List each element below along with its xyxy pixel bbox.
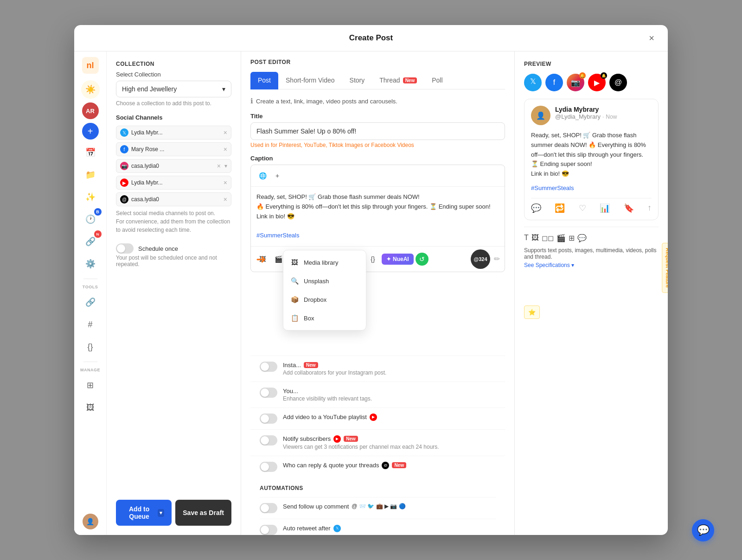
image-tool-icon[interactable]: 🖼	[531, 234, 539, 242]
grid-tool-icon[interactable]: ⊞	[569, 234, 575, 242]
add-tool-btn[interactable]: +	[270, 169, 284, 183]
expand-icon[interactable]: ▾	[224, 163, 227, 169]
notification-badge: B	[94, 208, 102, 216]
channel-name-1: Lydia Mybr...	[131, 129, 163, 136]
edit-icon[interactable]: ✏	[494, 255, 500, 263]
theme-toggle[interactable]: ☀️	[81, 80, 100, 99]
collection-dropdown[interactable]: High end Jewellery ▾	[116, 81, 231, 97]
remove-channel-4[interactable]: ×	[224, 179, 227, 186]
threads-small-icon: @	[473, 256, 479, 262]
remove-channel-1[interactable]: ×	[224, 129, 227, 136]
notifications-btn[interactable]: 🕐 B	[81, 210, 100, 229]
tab-story[interactable]: Story	[342, 72, 372, 89]
instagram-toggle[interactable]	[260, 362, 277, 372]
threads-reply-option: Who can reply & quote your threads @ New	[250, 456, 505, 477]
tab-thread[interactable]: Thread New	[372, 72, 424, 89]
bookmark-icon[interactable]: 🔖	[624, 203, 634, 213]
youtube-tags-option: You... Enhance visibility with relevant …	[250, 382, 505, 407]
title-input[interactable]	[250, 122, 505, 140]
manage-icon[interactable]: ⊞	[81, 376, 100, 395]
caption-text[interactable]: Ready, set, SHOP! 🛒 Grab those flash sum…	[251, 187, 505, 246]
settings-icon[interactable]: ⚙️	[81, 255, 100, 273]
editor-header: POST EDITOR Post Short-form Video Story …	[241, 51, 514, 89]
see-specifications-link[interactable]: See Specifications ▾	[524, 262, 659, 268]
stats-icon[interactable]: 📊	[600, 203, 610, 213]
box-item[interactable]: 📋 Box	[283, 309, 366, 327]
link-icon[interactable]: 🔗	[81, 293, 100, 312]
collection-hint: Choose a collection to add this post to.	[116, 100, 231, 107]
dropbox-item[interactable]: 📦 Dropbox	[283, 290, 366, 309]
tab-post[interactable]: Post	[250, 72, 278, 89]
preview-avatar: 👤	[531, 106, 550, 125]
threads-reply-label: Who can reply & quote your threads @ New	[283, 462, 496, 469]
tab-poll[interactable]: Poll	[424, 72, 450, 89]
chat-tool-icon[interactable]: 💬	[577, 234, 587, 242]
calendar-icon[interactable]: 📅	[81, 143, 100, 162]
share-action-icon[interactable]: ↑	[647, 203, 652, 213]
carousel-tool-icon[interactable]: ◻◻	[542, 234, 554, 242]
youtube-bell-badge: 🔔	[601, 72, 607, 79]
twitter-small-icon: 𝕏	[333, 525, 341, 532]
left-sidebar: nl ☀️ AR + 📅 📁 ✨ 🕐 B	[74, 51, 107, 535]
media-library-item[interactable]: 🖼 Media library	[283, 253, 366, 272]
save-as-draft-button[interactable]: Save as Draft	[175, 500, 231, 526]
chat-support-button[interactable]: 💬	[692, 519, 714, 541]
refresh-btn[interactable]: ↺	[416, 253, 429, 266]
like-icon[interactable]: ♡	[579, 203, 586, 213]
caption-toolbar: 🌐 +	[251, 165, 505, 187]
globe-tool-btn[interactable]: 🌐	[256, 169, 269, 183]
facebook-icon: f	[120, 145, 128, 153]
share-btn[interactable]: 🔗 N	[81, 232, 100, 251]
retweet-icon[interactable]: 🔁	[555, 203, 565, 213]
nueai-button[interactable]: ✦ NueAI	[382, 254, 414, 265]
youtube-playlist-toggle[interactable]	[260, 414, 277, 424]
preview-instagram-icon[interactable]: 📷 🔔	[567, 74, 584, 91]
caption-label: Caption	[250, 155, 505, 162]
threads-new-badge: New	[392, 462, 406, 468]
title-hint: Used in for Pinterest, YouTube, Tiktok I…	[250, 142, 505, 148]
request-feature-tab[interactable]: Request Feature	[662, 243, 668, 293]
channel-name-3: casa.lydia0	[131, 163, 159, 169]
app-logo: nl	[82, 57, 99, 74]
select-collection-label: Select Collection	[116, 71, 231, 78]
close-button[interactable]: ×	[645, 31, 659, 45]
tab-short-form-video[interactable]: Short-form Video	[278, 72, 342, 89]
unsplash-item[interactable]: 🔍 Unsplash	[283, 272, 366, 290]
notify-hint: Viewers can get 3 notifications per chan…	[283, 444, 496, 450]
collection-section-title: COLLECTION	[116, 61, 231, 67]
followup-toggle[interactable]	[260, 503, 277, 513]
instagram-option-hint: Add collaborators for your Instagram pos…	[283, 369, 496, 376]
notify-toggle[interactable]	[260, 435, 277, 445]
image-gallery-icon[interactable]: 🖼	[81, 398, 100, 417]
retweet-toggle[interactable]	[260, 525, 277, 535]
comment-icon[interactable]: 💬	[531, 203, 541, 213]
youtube-tags-toggle[interactable]	[260, 388, 277, 398]
preview-facebook-icon[interactable]: f	[545, 74, 563, 91]
notify-new-badge: New	[344, 436, 358, 442]
add-to-queue-button[interactable]: Add to Queue ▾	[116, 500, 172, 526]
remove-channel-2[interactable]: ×	[224, 146, 227, 153]
remove-channel-3[interactable]: ×	[217, 162, 221, 170]
preview-twitter-icon[interactable]: 𝕏	[524, 74, 542, 91]
preview-threads-icon[interactable]: @	[609, 74, 627, 91]
instagram-bell-badge: 🔔	[579, 72, 586, 79]
code-icon[interactable]: {}	[81, 337, 100, 356]
remove-channel-5[interactable]: ×	[224, 196, 227, 203]
modal-title: Create Post	[349, 33, 393, 43]
video-tool-icon[interactable]: 🎬	[556, 234, 566, 242]
hashtag-icon[interactable]: #	[81, 315, 100, 334]
profile-avatar[interactable]: 👤	[83, 514, 98, 529]
add-button[interactable]: +	[82, 123, 99, 140]
youtube-playlist-option: Add video to a YouTube playlist ▶	[250, 407, 505, 429]
preview-social-icons: 𝕏 f 📷 🔔 ▶ 🔔 @	[524, 74, 659, 91]
user-avatar[interactable]: AR	[82, 102, 99, 119]
star-icon-btn[interactable]: ⭐	[524, 305, 540, 319]
threads-reply-toggle[interactable]	[260, 462, 277, 472]
folder-icon[interactable]: 📁	[81, 165, 100, 184]
text-tool-icon[interactable]: T	[524, 234, 529, 242]
schedule-toggle[interactable]	[116, 243, 134, 254]
preview-panel: PREVIEW 𝕏 f 📷 🔔 ▶ 🔔 @	[515, 51, 668, 535]
magic-wand-icon[interactable]: ✨	[81, 188, 100, 206]
code-btn[interactable]: {}	[366, 252, 380, 266]
preview-youtube-icon[interactable]: ▶ 🔔	[588, 74, 606, 91]
